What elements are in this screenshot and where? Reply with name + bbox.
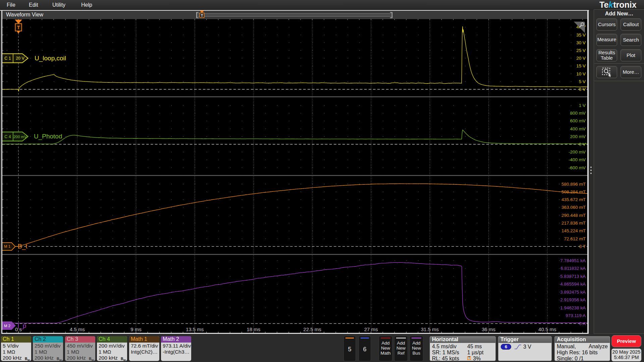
- svg-text:435.672 mT: 435.672 mT: [561, 197, 586, 202]
- svg-text:508.284 mT: 508.284 mT: [561, 189, 586, 194]
- svg-text:13.5 ms: 13.5 ms: [186, 326, 204, 332]
- svg-text:I_p: I_p: [17, 322, 26, 329]
- svg-text:580.896 mT: 580.896 mT: [561, 182, 586, 187]
- svg-text:T: T: [17, 25, 20, 30]
- svg-text:0 A: 0 A: [579, 321, 586, 326]
- svg-text:217.836 mT: 217.836 mT: [561, 221, 586, 226]
- svg-text:31.5 ms: 31.5 ms: [421, 326, 439, 332]
- svg-text:30 V: 30 V: [576, 40, 586, 45]
- svg-text:145.224 mT: 145.224 mT: [561, 228, 586, 233]
- svg-text:7.784951 kA: 7.784951 kA: [560, 258, 586, 263]
- svg-text:25 V: 25 V: [576, 48, 586, 53]
- svg-text:18 ms: 18 ms: [247, 326, 260, 332]
- svg-text:5.838713 kA: 5.838713 kA: [560, 274, 586, 279]
- svg-text:9 ms: 9 ms: [130, 326, 142, 332]
- svg-text:M 2: M 2: [4, 324, 10, 328]
- svg-text:-400 mV: -400 mV: [569, 157, 586, 162]
- svg-text:1.946238 kA: 1.946238 kA: [560, 305, 586, 310]
- svg-text:5 V: 5 V: [579, 79, 586, 84]
- svg-text:72.612 mT: 72.612 mT: [564, 236, 586, 241]
- svg-text:4.865594 kA: 4.865594 kA: [560, 282, 586, 287]
- svg-text:20 V: 20 V: [576, 56, 586, 61]
- svg-text:200 mV: 200 mV: [570, 134, 586, 139]
- svg-text:0 V: 0 V: [579, 142, 586, 147]
- svg-text:40.5 ms: 40.5 ms: [538, 326, 556, 332]
- svg-text:3.892475 kA: 3.892475 kA: [560, 290, 586, 295]
- svg-text:10 V: 10 V: [576, 71, 586, 76]
- svg-text:2.919356 kA: 2.919356 kA: [560, 297, 586, 302]
- svg-text:35 V: 35 V: [576, 33, 586, 38]
- svg-text:C 1: C 1: [4, 56, 11, 61]
- svg-text:-600 mV: -600 mV: [569, 165, 586, 170]
- svg-text:290.448 mT: 290.448 mT: [561, 213, 586, 218]
- svg-text:0 V: 0 V: [579, 87, 586, 92]
- svg-text:T: T: [201, 13, 203, 17]
- svg-text:22.5 ms: 22.5 ms: [303, 326, 321, 332]
- svg-text:6.811832 kA: 6.811832 kA: [560, 266, 586, 271]
- svg-text:B_t: B_t: [18, 243, 28, 250]
- svg-text:36 ms: 36 ms: [482, 326, 495, 332]
- svg-text:600 mV: 600 mV: [570, 118, 586, 123]
- svg-text:27 ms: 27 ms: [364, 326, 378, 332]
- svg-text:0 T: 0 T: [579, 244, 586, 249]
- svg-text:200 mV: 200 mV: [13, 135, 27, 139]
- svg-text:800 mV: 800 mV: [570, 111, 586, 116]
- svg-text:20 V: 20 V: [16, 56, 24, 61]
- svg-text:973.119 A: 973.119 A: [566, 313, 586, 318]
- svg-text:C 4: C 4: [4, 134, 11, 139]
- svg-text:U_Photod: U_Photod: [34, 133, 62, 140]
- svg-text:363.060 mT: 363.060 mT: [561, 205, 586, 210]
- svg-text:15 V: 15 V: [576, 63, 586, 68]
- svg-text:U_loop,coil: U_loop,coil: [35, 55, 66, 62]
- svg-text:400 mV: 400 mV: [570, 126, 586, 131]
- svg-text:M 1: M 1: [4, 244, 10, 248]
- svg-text:-200 mV: -200 mV: [569, 149, 586, 155]
- svg-text:4.5 ms: 4.5 ms: [70, 326, 85, 332]
- svg-text:1 V: 1 V: [579, 103, 586, 108]
